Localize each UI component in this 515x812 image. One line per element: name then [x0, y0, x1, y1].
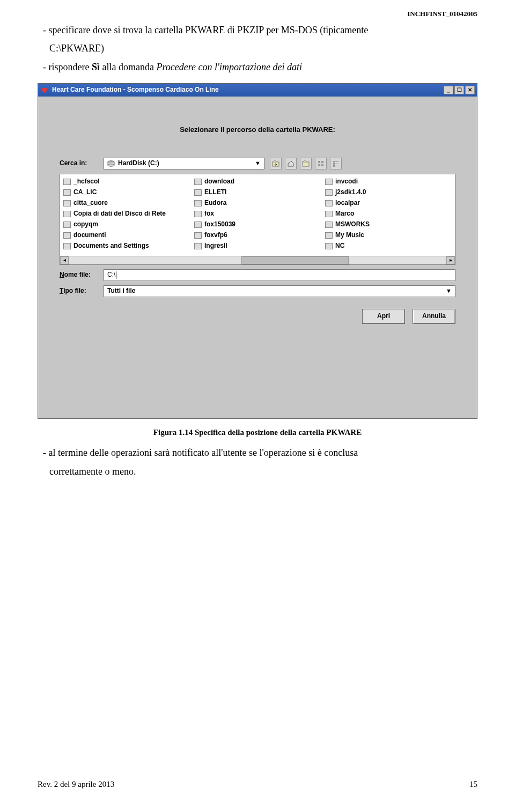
svg-rect-13 [333, 165, 335, 167]
svg-rect-12 [335, 164, 339, 164]
bullet2-c: alla domanda [100, 62, 156, 72]
home-icon[interactable] [285, 158, 297, 169]
folder-label: Copia di dati del Disco di Rete [73, 208, 166, 220]
bullet1-line2: C:\PKWARE) [38, 40, 477, 57]
folder-icon [194, 189, 202, 196]
folder-item[interactable]: Eudora [194, 198, 321, 209]
heart-icon [40, 86, 49, 94]
chevron-down-icon: ▼ [446, 286, 452, 297]
folder-label: Eudora [204, 197, 226, 209]
folder-label: My Music [335, 230, 364, 241]
folder-item[interactable]: fox [194, 209, 321, 219]
dialog-body: Selezionare il percorso della cartella P… [38, 97, 477, 418]
svg-rect-9 [333, 161, 335, 163]
folder-label: localpar [335, 197, 360, 209]
bullet-1: - specificare dove si trova la cartella … [38, 21, 477, 39]
bullet2-d: Procedere con l'importazione dei dati [156, 62, 301, 72]
open-button[interactable]: Apri [362, 309, 405, 324]
window-title: Heart Care Foundation - Scompenso Cardia… [52, 84, 219, 96]
folder-item[interactable]: download [194, 176, 321, 187]
folder-item[interactable]: fox150039 [194, 219, 321, 230]
folder-icon [325, 189, 333, 196]
folder-label: copyqm [73, 219, 98, 231]
folder-label: fox150039 [204, 219, 236, 231]
folder-icon [325, 232, 333, 239]
bullet-2: - rispondere Sì alla domanda Procedere c… [38, 58, 477, 76]
folder-icon [63, 200, 71, 206]
svg-rect-6 [321, 161, 323, 163]
filename-input[interactable]: C:\ [104, 269, 455, 281]
svg-rect-11 [333, 163, 335, 165]
folder-icon [63, 222, 71, 228]
folder-label: documenti [73, 230, 106, 241]
svg-rect-5 [318, 161, 320, 163]
folder-item[interactable]: _hcfscol [63, 176, 190, 187]
folder-label: IngresII [204, 240, 227, 252]
filename-label: Nome file: [60, 269, 98, 281]
folder-item[interactable]: Marco [325, 209, 452, 219]
folder-icon [325, 243, 333, 249]
folder-item[interactable]: copyqm [63, 219, 190, 230]
list-view-icon[interactable] [315, 158, 327, 169]
filetype-label: Tipo file: [60, 285, 98, 297]
cancel-button[interactable]: Annulla [413, 309, 455, 324]
disk-icon [107, 160, 115, 167]
svg-rect-4 [303, 162, 309, 166]
folder-icon [194, 179, 202, 185]
svg-rect-10 [335, 161, 339, 162]
drive-dropdown[interactable]: HardDisk (C:) ▼ [104, 158, 264, 169]
folder-item[interactable]: citta_cuore [63, 198, 190, 209]
filetype-dropdown[interactable]: Tutti i file ▼ [104, 285, 455, 297]
bullet2-a: - rispondere [43, 62, 92, 72]
maximize-button[interactable]: ☐ [454, 86, 464, 94]
folder-icon [194, 222, 202, 228]
folder-icon [63, 243, 71, 249]
folder-item[interactable]: NC [325, 241, 452, 252]
folder-item[interactable]: Copia di dati del Disco di Rete [63, 209, 190, 219]
up-folder-icon[interactable] [270, 158, 282, 169]
folder-item[interactable]: j2sdk1.4.0 [325, 187, 452, 198]
folder-icon [325, 179, 333, 185]
chevron-down-icon: ▼ [255, 158, 261, 169]
folder-label: download [204, 176, 234, 188]
folder-icon [194, 232, 202, 239]
folder-item[interactable]: ELLETI [194, 187, 321, 198]
folder-item[interactable]: MSWORKS [325, 219, 452, 230]
footer-page-number: 15 [469, 777, 477, 792]
bullet1-line1: - specificare dove si trova la cartella … [43, 25, 368, 35]
scroll-right-icon[interactable]: ▸ [446, 256, 455, 264]
minimize-button[interactable]: _ [444, 86, 453, 94]
body-text-block: - specificare dove si trova la cartella … [38, 21, 477, 76]
folder-icon [325, 222, 333, 228]
folder-icon [63, 211, 71, 217]
search-in-label: Cerca in: [60, 158, 98, 169]
folder-label: NC [335, 240, 344, 252]
folder-item[interactable]: invcodi [325, 176, 452, 187]
folder-item[interactable]: documenti [63, 230, 190, 241]
bullet-3b: correttamente o meno. [38, 463, 477, 480]
scrollbar-thumb[interactable] [241, 256, 349, 264]
horizontal-scrollbar[interactable]: ◂ ▸ [60, 256, 455, 264]
new-folder-icon[interactable] [300, 158, 312, 169]
drive-selected: HardDisk (C:) [118, 158, 159, 169]
folder-label: MSWORKS [335, 219, 370, 231]
folder-item[interactable]: foxvfp6 [194, 230, 321, 241]
close-button[interactable]: ✕ [465, 86, 475, 94]
svg-rect-7 [318, 164, 320, 166]
folder-item[interactable]: My Music [325, 230, 452, 241]
folder-item[interactable]: IngresII [194, 241, 321, 252]
folder-label: _hcfscol [73, 176, 100, 188]
file-list[interactable]: _hcfscolCA_LICcitta_cuoreCopia di dati d… [60, 174, 455, 265]
folder-icon [194, 200, 202, 206]
folder-icon [63, 232, 71, 239]
folder-item[interactable]: CA_LIC [63, 187, 190, 198]
folder-label: j2sdk1.4.0 [335, 187, 366, 198]
details-view-icon[interactable] [330, 158, 342, 169]
scroll-left-icon[interactable]: ◂ [60, 256, 69, 264]
folder-item[interactable]: localpar [325, 198, 452, 209]
folder-item[interactable]: Documents and Settings [63, 241, 190, 252]
window-titlebar[interactable]: Heart Care Foundation - Scompenso Cardia… [38, 84, 477, 97]
bullet2-b: Sì [92, 62, 100, 72]
app-window: Heart Care Foundation - Scompenso Cardia… [38, 83, 477, 419]
folder-label: Documents and Settings [73, 240, 149, 252]
